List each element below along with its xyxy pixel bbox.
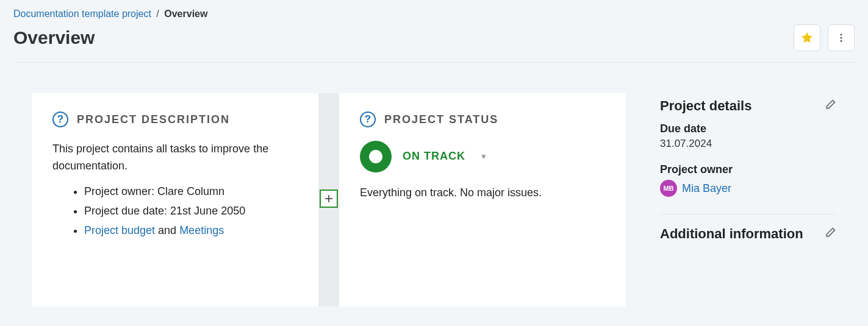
add-widget-button[interactable]: [320, 190, 338, 208]
help-icon[interactable]: ?: [52, 112, 68, 127]
edit-details-button[interactable]: [824, 99, 836, 113]
svg-point-1: [841, 37, 842, 39]
owner-link[interactable]: Mia Bayer: [682, 182, 731, 195]
status-body-text: Everything on track. No major issues.: [360, 185, 605, 202]
breadcrumb-parent-link[interactable]: Documentation template project: [13, 9, 151, 19]
favorite-button[interactable]: [794, 24, 820, 51]
additional-info-title: Additional information: [660, 225, 803, 243]
page-title: Overview: [13, 27, 95, 48]
project-description-title: PROJECT DESCRIPTION: [77, 113, 230, 126]
project-details-sidebar: Project details Due date 31.07.2024 Proj…: [660, 93, 836, 251]
edit-additional-button[interactable]: [824, 227, 836, 241]
chevron-down-icon: ▼: [480, 151, 487, 163]
project-description-widget: ? PROJECT DESCRIPTION This project conta…: [32, 93, 318, 307]
breadcrumb-separator: /: [156, 9, 159, 19]
project-budget-link[interactable]: Project budget: [84, 224, 155, 236]
sidebar-divider: [660, 214, 836, 214]
list-item: Project owner: Clare Column: [84, 183, 298, 200]
list-item: Project budget and Meetings: [84, 222, 298, 239]
due-date-label: Due date: [660, 122, 836, 135]
text-and: and: [155, 224, 179, 236]
svg-point-0: [841, 34, 842, 35]
due-date-value: 31.07.2024: [660, 138, 836, 150]
pencil-icon: [824, 227, 836, 239]
breadcrumb: Documentation template project / Overvie…: [13, 9, 855, 19]
star-icon: [800, 31, 814, 44]
project-details-title: Project details: [660, 98, 751, 114]
project-status-title: PROJECT STATUS: [384, 113, 498, 126]
svg-point-2: [841, 40, 842, 42]
breadcrumb-current: Overview: [164, 9, 207, 19]
status-indicator-icon: [360, 141, 392, 172]
list-item: Project due date: 21st June 2050: [84, 203, 298, 220]
more-actions-button[interactable]: [828, 24, 855, 51]
status-selector[interactable]: ON TRACK ▼: [360, 141, 605, 172]
widgets-area: ? PROJECT DESCRIPTION This project conta…: [32, 93, 626, 307]
help-icon[interactable]: ?: [360, 112, 376, 127]
status-label: ON TRACK: [403, 148, 465, 165]
project-status-widget: ? PROJECT STATUS ON TRACK ▼ Everything o…: [339, 93, 626, 307]
meetings-link[interactable]: Meetings: [179, 224, 224, 236]
owner-avatar: MB: [660, 180, 677, 197]
project-description-intro: This project contains all tasks to impro…: [52, 141, 298, 175]
project-owner-label: Project owner: [660, 163, 836, 176]
plus-icon: [323, 193, 334, 204]
more-vertical-icon: [836, 32, 847, 43]
pencil-icon: [824, 99, 836, 111]
